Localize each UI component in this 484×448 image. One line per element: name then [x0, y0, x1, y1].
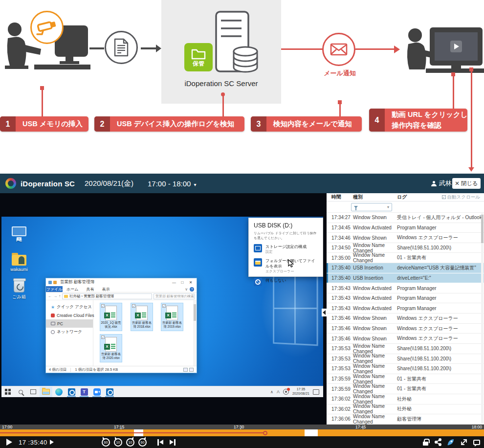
panel-collapse-handle[interactable]	[322, 309, 327, 316]
log-time: 17:36:02	[331, 396, 353, 402]
log-row[interactable]: 17:35:53 Window Name Changed Share(\\198…	[327, 344, 484, 354]
type-filter-dropdown[interactable]: ▾	[351, 203, 392, 211]
log-time: 17:35:40	[331, 265, 353, 270]
storage-settings-icon	[254, 244, 262, 252]
file-tile: ✓ 営業部 顧客名簿 2019.xlsx	[161, 303, 183, 331]
close-icon: ✕	[187, 280, 194, 285]
video-surface[interactable]: PC wakaumi ごみ箱 営業部 顧客管理簿 — □ ✕	[1, 217, 323, 397]
log-row[interactable]: 17:35:53 Window Name Changed Share(\\198…	[327, 364, 484, 374]
log-row[interactable]: 17:35:59 Window Name Changed 01 - 営業共有	[327, 374, 484, 384]
log-time: 17:34:46	[331, 235, 353, 241]
log-row[interactable]: 17:35:53 Window Name Changed Share(\\198…	[327, 354, 484, 364]
checkbox-icon: ✓	[101, 336, 105, 339]
log-type: Window Name Changed	[353, 353, 397, 364]
timeline-label: 17:00	[2, 425, 12, 429]
explorer-window: 営業部 顧客管理簿 — □ ✕ ファイル ホーム 共有 表示 ∨? ← → ↑	[45, 278, 197, 373]
play-button[interactable]	[6, 436, 12, 448]
ime-indicator: A	[277, 389, 280, 394]
current-time-label: 17 :35:40	[19, 436, 47, 448]
lock-button[interactable]	[423, 436, 428, 448]
admin-at-pc-illustration	[398, 23, 484, 73]
chevron-icon: ∨	[185, 287, 188, 291]
col-time: 時間	[331, 194, 353, 201]
log-row[interactable]: 17:35:46 Window Shown Windows エクスプローラー	[327, 314, 484, 324]
log-row[interactable]: 17:35:40 USB Insertion driveLetter="E:"	[327, 273, 484, 284]
log-row[interactable]: 17:36:02 Window Name Changed 社外秘	[327, 404, 484, 415]
log-row[interactable]: 17:36:06 Window Name Changed 顧客管理簿	[327, 414, 484, 425]
log-row[interactable]: 17:35:59 Window Name Changed 01 - 営業共有	[327, 384, 484, 394]
expand-icon	[461, 439, 467, 446]
leader-line	[339, 104, 341, 116]
pc-icon	[12, 226, 26, 236]
recycle-bin-icon	[14, 280, 24, 292]
connector-line-red	[355, 48, 395, 50]
log-row[interactable]: 17:34:45 Window Activated Program Manage…	[327, 223, 484, 233]
skip-to-end-button[interactable]	[170, 436, 176, 448]
share-button[interactable]	[435, 436, 441, 448]
forward-10-button[interactable]: 10	[126, 436, 134, 448]
rocket-button[interactable]	[447, 436, 455, 448]
file-explorer-icon	[40, 387, 52, 397]
timeline-ruler[interactable]: 17:0017:1517:3017:4518:00	[0, 425, 484, 429]
activity-heatbar[interactable]	[0, 429, 484, 436]
rewind-60-button[interactable]: 60	[102, 436, 110, 448]
log-detail: driveLetter="E:"	[397, 275, 484, 281]
log-type: Window Activated	[353, 306, 397, 311]
edge-icon	[52, 387, 65, 397]
log-type: Window Activated	[353, 286, 397, 291]
usb-popup-subtitle: リムーバブル ドライブ に対して行う操作を選んでください。	[254, 231, 318, 241]
fullscreen-button[interactable]	[461, 436, 467, 448]
close-button[interactable]: ✕ 閉じる	[452, 178, 481, 189]
mouse-cursor-icon	[288, 259, 294, 268]
log-row[interactable]: 17:35:43 Window Activated Program Manage…	[327, 303, 484, 314]
log-detail: 社外秘	[397, 396, 484, 403]
security-camera-icon	[36, 17, 58, 38]
user-name: 武林	[439, 179, 452, 188]
playhead-knob[interactable]	[263, 431, 267, 435]
log-row[interactable]: 17:35:40 USB Insertion deviceName="USB 大…	[327, 263, 484, 273]
step-number: 3	[251, 116, 266, 132]
log-detail: Program Manager	[397, 286, 484, 291]
autoscroll-toggle[interactable]: ✓ 自動スクロール	[442, 194, 484, 201]
mail-icon	[330, 43, 348, 56]
timeline-label: 18:00	[472, 425, 482, 429]
file-tile: ✓ 2020_1Q 販売状況.xlsx	[100, 303, 122, 331]
log-scrollbar[interactable]	[481, 213, 484, 424]
log-row[interactable]: 17:35:46 Window Shown Windows エクスプローラー	[327, 324, 484, 334]
log-row[interactable]: 17:34:46 Window Shown Windows エクスプローラー	[327, 233, 484, 243]
log-time: 17:34:45	[331, 225, 353, 230]
log-time: 17:35:53	[331, 346, 353, 351]
document-icon	[114, 38, 129, 57]
explorer-ribbon-tabs: ファイル ホーム 共有 表示 ∨?	[46, 286, 197, 292]
log-row[interactable]: 17:34:50 Window Name Changed Share(\\198…	[327, 243, 484, 253]
usb-autoplay-popup: USB DISK (D:) リムーバブル ドライブ に対して行う操作を選んでくだ…	[248, 218, 323, 277]
log-row[interactable]: 17:36:02 Window Name Changed 社外秘	[327, 394, 484, 404]
log-time: 17:35:46	[331, 315, 353, 321]
window-icon	[48, 281, 52, 284]
log-row[interactable]: 17:35:43 Window Activated Program Manage…	[327, 283, 484, 293]
time-range-selector[interactable]: 17:00 - 18:00▾	[148, 179, 196, 188]
server-caption: iDoperation SC Server	[161, 79, 281, 88]
log-row[interactable]: 17:35:46 Window Shown Windows エクスプローラー	[327, 334, 484, 344]
rewind-10-button[interactable]: 10	[114, 436, 122, 448]
connector-line-red	[281, 48, 323, 50]
log-row[interactable]: 17:35:00 Window Name Changed 01 - 営業共有	[327, 253, 484, 263]
step-text: 検知内容をメールで通知	[273, 119, 352, 129]
timeline-label: 17:45	[355, 425, 366, 429]
log-detail: 受信トレイ - 個人用フォルダ - Outlook	[397, 214, 484, 221]
mail-badge	[322, 33, 355, 66]
connector-line	[89, 47, 104, 49]
log-row[interactable]: 17:34:27 Window Shown 受信トレイ - 個人用フォルダ - …	[327, 213, 484, 223]
forward-60-button[interactable]: 60	[138, 436, 147, 448]
log-time: 17:36:02	[331, 406, 353, 412]
globe-icon	[51, 330, 55, 334]
col-type: 種別	[353, 194, 397, 201]
log-type: Window Name Changed	[353, 252, 397, 263]
star-icon: ★	[51, 305, 55, 310]
skip-to-start-button[interactable]	[157, 436, 163, 448]
step-text: 動画 URL をクリックし	[392, 110, 467, 120]
comment-button[interactable]	[473, 436, 480, 448]
log-row[interactable]: 17:35:43 Window Activated Program Manage…	[327, 293, 484, 304]
checkbox-icon: ✓	[132, 304, 135, 308]
chevron-down-icon: ▾	[387, 205, 389, 209]
